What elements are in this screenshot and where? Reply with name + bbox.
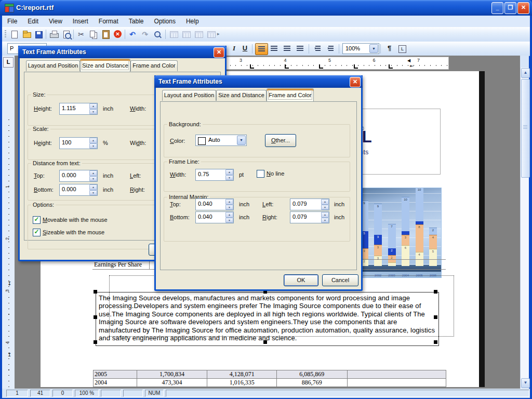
frame-bottom-marker[interactable]: ↥ — [7, 352, 11, 357]
distance-bottom-spinner[interactable]: 0.000 ▲▼ — [59, 184, 98, 196]
selection-handle[interactable] — [434, 315, 437, 319]
close-button[interactable]: ✕ — [517, 2, 529, 14]
dialog-title-bar[interactable]: Text Frame Attributes ✕ — [154, 75, 363, 88]
selection-handle[interactable] — [94, 340, 97, 344]
spin-down-icon[interactable]: ▼ — [321, 218, 329, 223]
ok-button[interactable]: OK — [284, 274, 318, 286]
toolbar-overflow-chevron[interactable]: ▸ — [217, 31, 220, 36]
find-button[interactable] — [152, 29, 163, 40]
table-properties-button[interactable] — [206, 29, 217, 40]
numbered-list-button[interactable] — [325, 43, 337, 54]
scroll-down-button[interactable]: ▼ — [521, 378, 530, 388]
bullet-list-button[interactable] — [312, 43, 324, 54]
new-document-button[interactable] — [9, 29, 20, 40]
sizeable-checkbox[interactable]: ✓ — [33, 229, 41, 236]
delete-button[interactable]: ✕ — [112, 29, 124, 40]
table-columns-button[interactable] — [181, 29, 192, 40]
vertical-ruler[interactable]: 12345 ↧ ↥ — [2, 56, 15, 389]
tab-stop-marker[interactable] — [389, 64, 393, 69]
right-margin-marker[interactable]: ⇤ — [410, 63, 414, 69]
spin-up-icon[interactable]: ▲ — [89, 138, 97, 143]
selection-handle[interactable] — [94, 315, 97, 319]
chart-bar-2002[interactable]: 3339 — [374, 204, 382, 266]
spin-up-icon[interactable]: ▲ — [89, 103, 97, 109]
table-cell[interactable] — [348, 370, 446, 378]
document-table[interactable]: 20051,700,8344,128,0716,085,8692004473,3… — [93, 370, 446, 387]
distance-top-spinner[interactable]: 0.000 ▲▼ — [59, 170, 98, 182]
spin-up-icon[interactable]: ▲ — [321, 199, 329, 205]
selection-handle[interactable] — [94, 290, 97, 294]
table-row[interactable]: 2004473,3041,016,335886,769 — [94, 379, 446, 387]
selection-handle[interactable] — [434, 340, 437, 344]
menu-item-view[interactable]: View — [44, 16, 68, 27]
tab-type-selector[interactable]: L — [3, 57, 14, 68]
tab-frame-and-color[interactable]: Frame and Color — [267, 88, 314, 101]
show-text-frames-button[interactable]: L — [396, 43, 408, 54]
spin-up-icon[interactable]: ▲ — [225, 199, 233, 205]
menu-item-file[interactable]: File — [2, 16, 22, 27]
zoom-combo[interactable]: 100%▼ — [342, 43, 379, 54]
table-cell[interactable] — [348, 379, 446, 387]
table-cell[interactable]: 886,769 — [277, 379, 348, 387]
chevron-down-icon[interactable]: ▼ — [369, 44, 378, 53]
italic-button[interactable]: I — [228, 43, 240, 54]
scale-height-spinner[interactable]: 100 ▲▼ — [59, 137, 98, 149]
spin-down-icon[interactable]: ▼ — [225, 218, 233, 223]
tab-layout-and-position[interactable]: Layout and Position — [26, 60, 80, 71]
chart-bar-2005[interactable]: 4810 — [416, 188, 423, 266]
title-bar[interactable]: C:\report.rtf _ ❐ ✕ — [0, 0, 532, 16]
margin-bottom-spinner[interactable]: 0.040 ▲▼ — [195, 211, 234, 223]
undo-button[interactable]: ↶ — [127, 29, 138, 40]
dialog-title-bar[interactable]: Text Frame Attributes ✕ — [18, 46, 227, 58]
table-cell[interactable]: 2004 — [94, 379, 137, 387]
spin-down-icon[interactable]: ▼ — [89, 109, 97, 115]
tab-frame-and-color[interactable]: Frame and Color — [130, 60, 178, 71]
line-width-spinner[interactable]: 0.75 ▲▼ — [195, 169, 234, 181]
tab-size-and-distance[interactable]: Size and Distance — [80, 59, 130, 72]
margin-left-spinner[interactable]: 0.079 ▲▼ — [290, 198, 329, 210]
spin-up-icon[interactable]: ▲ — [321, 212, 329, 218]
moveable-checkbox[interactable]: ✓ — [33, 216, 41, 224]
toolbar-grip[interactable] — [5, 30, 6, 38]
other-color-button[interactable]: Other... — [265, 134, 296, 147]
margin-right-spinner[interactable]: 0.079 ▲▼ — [290, 211, 329, 223]
table-rows-button[interactable] — [193, 29, 205, 40]
spin-up-icon[interactable]: ▲ — [89, 184, 97, 190]
menu-item-table[interactable]: Table — [124, 16, 149, 27]
selection-handle[interactable] — [263, 340, 267, 344]
menu-item-format[interactable]: Format — [94, 16, 124, 27]
dialog-close-button[interactable]: ✕ — [214, 47, 224, 58]
align-left-button[interactable] — [255, 43, 268, 55]
table-cell[interactable]: 473,304 — [137, 379, 208, 387]
menu-item-insert[interactable]: Insert — [68, 16, 94, 27]
open-button[interactable] — [21, 29, 33, 40]
spin-down-icon[interactable]: ▼ — [321, 205, 329, 210]
align-right-button[interactable] — [268, 43, 280, 54]
chevron-down-icon[interactable]: ▼ — [237, 136, 246, 145]
scroll-up-button[interactable]: ▲ — [521, 68, 530, 78]
align-center-button[interactable] — [281, 43, 293, 54]
vertical-scrollbar[interactable]: ▲ ▼ — [520, 68, 529, 389]
spin-up-icon[interactable]: ▲ — [225, 212, 233, 218]
tab-stop-marker[interactable] — [354, 64, 358, 69]
frame-top-marker[interactable]: ↧ — [7, 281, 11, 286]
save-button[interactable] — [33, 29, 45, 40]
color-dropdown[interactable]: Auto ▼ — [195, 135, 247, 146]
cancel-button[interactable]: Cancel — [322, 274, 358, 286]
dialog-close-button[interactable]: ✕ — [350, 77, 361, 87]
menu-item-edit[interactable]: Edit — [22, 16, 44, 27]
tab-stop-marker[interactable] — [285, 64, 289, 69]
underline-button[interactable]: U — [239, 43, 251, 54]
table-cell[interactable]: 1,700,834 — [137, 370, 208, 378]
tab-layout-and-position[interactable]: Layout and Position — [162, 90, 216, 101]
margin-top-spinner[interactable]: 0.040 ▲▼ — [195, 198, 234, 210]
tab-size-and-distance[interactable]: Size and Distance — [216, 90, 267, 101]
justify-button[interactable] — [294, 43, 306, 54]
no-line-checkbox[interactable] — [257, 170, 264, 178]
maximize-button[interactable]: ❐ — [504, 2, 516, 14]
text-frame-attributes-dialog-front[interactable]: Text Frame Attributes ✕ Layout and Posit… — [154, 75, 363, 291]
scrollbar-thumb[interactable] — [521, 79, 530, 178]
paste-button[interactable] — [100, 29, 112, 40]
table-cell[interactable]: 6,085,869 — [277, 370, 348, 378]
size-height-spinner[interactable]: 1.115 ▲▼ — [59, 103, 98, 115]
